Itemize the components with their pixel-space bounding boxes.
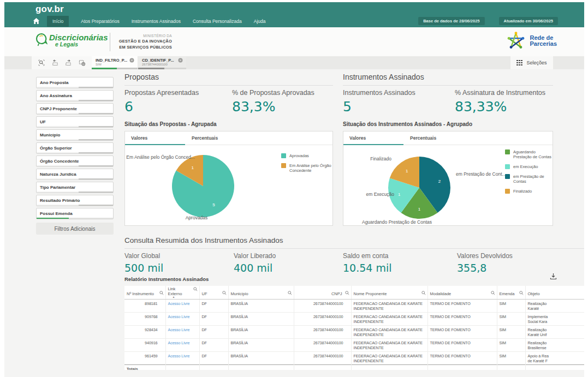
chip-label: IND_FILTRO_P... <box>96 58 127 63</box>
col-modalidade[interactable]: Modalidade <box>427 286 497 299</box>
filter-tipo-parlamentar[interactable]: Tipo Parlamentar <box>36 182 114 193</box>
filtros-adicionais-button[interactable]: Filtros Adicionais <box>36 223 114 235</box>
instrumentos-title: Instrumentos Assinados <box>343 73 553 86</box>
cell-proponente: FEDERACAO CANDANGA DE KARATE INDEPENDENT… <box>351 312 427 325</box>
filter-cnpj-proponente[interactable]: CNPJ Proponente <box>36 103 114 115</box>
legend-item[interactable]: Finalizado <box>505 189 553 194</box>
legend-item[interactable]: Aprovadas <box>281 153 332 158</box>
clear-selections-icon[interactable] <box>79 59 85 66</box>
filter-uf[interactable]: UF <box>36 116 114 128</box>
cell-emenda: SIM <box>497 312 525 325</box>
table-row[interactable]: 898181Acesso LivreDFBRASÍLIA267387440001… <box>124 299 584 312</box>
govbr-logo: gov.br <box>35 4 64 15</box>
cell-proponente: FEDERACAO CANDANGA DE KARATE INDEPENDENT… <box>351 325 427 338</box>
col-emenda[interactable]: Emenda <box>497 286 525 299</box>
cell-link[interactable]: Acesso Livre <box>165 338 199 351</box>
instrumentos-legend: Aguardando Prestação de Contasem Execuçã… <box>505 149 553 194</box>
legend-item[interactable]: em Execução <box>505 164 553 169</box>
home-icon[interactable] <box>33 17 40 25</box>
nav-inicio[interactable]: Início <box>47 16 69 27</box>
col-cnpj[interactable]: CNPJ <box>294 286 351 299</box>
pie-callout-label: em Execução <box>366 192 395 197</box>
filter-natureza-juridica[interactable]: Natureza Jurídica <box>36 169 114 180</box>
filter-chip-cd-identif[interactable]: CD_IDENTIF_P... 26738744000100 <box>138 56 186 69</box>
cell-cnpj: 26738744000100 <box>294 338 351 351</box>
filter-chip-ind-filtro[interactable]: IND_FILTRO_P... SIM <box>92 56 138 69</box>
col-link-externo[interactable]: Link Externo▲ <box>165 286 199 299</box>
cell-uf: DF <box>199 299 228 312</box>
table-row[interactable]: 940916Acesso LivreDFBRASÍLIA267387440001… <box>124 338 584 351</box>
nav-atos-preparatorios[interactable]: Atos Preparatórios <box>81 19 119 24</box>
pie-callout-label: Em Análise pelo Órgão Conced... <box>126 154 195 160</box>
filter-ano-assinatura[interactable]: Ano Assinatura <box>36 90 114 101</box>
search-icon[interactable] <box>519 291 524 295</box>
consulta-title: Consulta Resumida dos Instrumentos Assin… <box>124 236 584 249</box>
filter-possui-emenda[interactable]: Possui Emenda <box>36 208 114 219</box>
col-municipio[interactable]: Município <box>228 286 294 299</box>
filter-orgao-superior[interactable]: Órgão Superior <box>36 142 114 154</box>
cell-modalidade: TERMO DE FOMENTO <box>427 325 497 338</box>
cell-emenda: SIM <box>497 351 525 364</box>
search-icon[interactable] <box>159 291 164 295</box>
download-icon[interactable] <box>550 273 557 280</box>
cell-modalidade: TERMO DE FOMENTO <box>427 338 497 351</box>
pie-callout-label: Aguardando Prestação de Contas <box>362 219 432 225</box>
step-forward-icon[interactable] <box>65 59 72 66</box>
cell-objeto: Realização Brasiliense <box>525 338 584 351</box>
search-icon[interactable] <box>222 291 227 295</box>
instrumentos-section: Instrumentos Assinados Instrumentos Assi… <box>343 73 553 226</box>
tab-percentuais[interactable]: Percentuais <box>403 131 464 145</box>
tab-valores[interactable]: Valores <box>125 131 185 145</box>
nav-ajuda[interactable]: Ajuda <box>254 19 266 24</box>
legend-item[interactable]: Em Análise pelo Órgão Concedente <box>281 163 332 173</box>
legend-item[interactable]: em Prestação de Contas <box>505 174 553 184</box>
nav-consulta-personalizada[interactable]: Consulta Personalizada <box>193 19 242 24</box>
filter-orgao-concedente[interactable]: Órgão Concedente <box>36 155 114 167</box>
legend-swatch <box>505 189 510 194</box>
kpi-valor-global: Valor Global 500 mil <box>124 252 234 274</box>
partner-line2: Parcerias <box>530 41 557 47</box>
filter-resultado-primario[interactable]: Resultado Primário <box>36 195 114 206</box>
instrumentos-pie-area: 2em Prestação de Cont...1Aguardando Pres… <box>343 146 553 225</box>
search-icon[interactable] <box>288 291 292 295</box>
col-nome-proponente[interactable]: Nome Proponente <box>351 286 427 299</box>
legend-item[interactable]: Aguardando Prestação de Contas <box>505 149 553 159</box>
database-date-badge: Base de dados de 28/06/2025 <box>418 17 484 25</box>
col-objeto[interactable]: Objeto <box>525 286 584 299</box>
report-title: Relatório Instrumentos Assinados <box>124 276 584 282</box>
cell-proponente: FEDERACAO CANDANGA DE KARATE INDEPENDENT… <box>351 351 427 364</box>
search-icon[interactable] <box>491 291 495 295</box>
app-frame: gov.br Início Atos Preparatórios Instrum… <box>4 2 584 377</box>
cell-objeto: Realização Karatê Unif <box>525 325 584 338</box>
col-uf[interactable]: UF <box>199 286 228 299</box>
ministry-logo: MINISTÉRIO DA GESTÃO E DA INOVAÇÃO EM SE… <box>115 34 172 50</box>
smart-search-icon[interactable] <box>38 59 45 66</box>
tab-valores[interactable]: Valores <box>343 131 403 145</box>
logo-band: Discricionárias e Legais MINISTÉRIO DA G… <box>4 27 584 56</box>
cell-cnpj: 26738744000100 <box>294 351 351 364</box>
pie-callout-label: em Prestação de Cont... <box>456 171 506 177</box>
search-icon[interactable] <box>345 291 349 295</box>
cell-link[interactable]: Acesso Livre <box>165 351 199 364</box>
table-row[interactable]: 909768Acesso LivreDFBRASÍLIA267387440001… <box>124 312 584 325</box>
table-row[interactable]: 961459Acesso LivreDFBRASÍLIA267387440001… <box>124 351 584 364</box>
step-back-icon[interactable] <box>52 59 58 66</box>
col-numero[interactable]: Nº Instrumento <box>124 286 165 299</box>
filter-ano-proposta[interactable]: Ano Proposta <box>36 77 114 88</box>
selections-button[interactable]: Seleções <box>510 56 553 69</box>
cell-link[interactable]: Acesso Livre <box>165 312 199 325</box>
selections-grid-icon <box>516 60 522 66</box>
cell-link[interactable]: Acesso Livre <box>165 325 199 338</box>
search-icon[interactable] <box>421 291 426 295</box>
cell-link[interactable]: Acesso Livre <box>165 299 199 312</box>
cell-proponente: FEDERACAO CANDANGA DE KARATE INDEPENDENT… <box>351 338 427 351</box>
cell-numero: 928434 <box>124 325 165 338</box>
nav-instrumentos-assinados[interactable]: Instrumentos Assinados <box>132 19 181 24</box>
search-icon[interactable] <box>193 287 198 291</box>
cell-numero: 961459 <box>124 351 165 364</box>
table-row[interactable]: 928434Acesso LivreDFBRASÍLIA267387440001… <box>124 325 584 338</box>
filter-municipio[interactable]: Município <box>36 129 114 141</box>
tab-percentuais[interactable]: Percentuais <box>185 131 245 145</box>
chip-close-icon[interactable] <box>178 58 183 63</box>
chip-close-icon[interactable] <box>129 58 134 63</box>
